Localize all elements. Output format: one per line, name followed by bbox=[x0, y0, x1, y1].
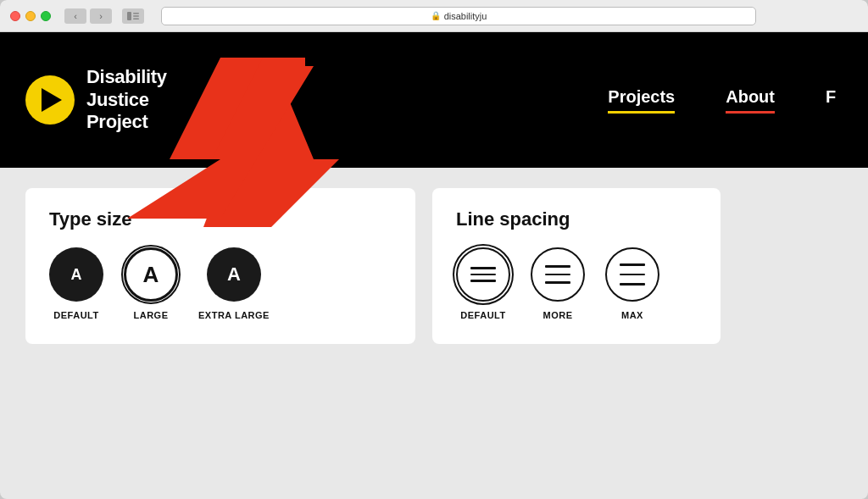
back-button[interactable]: ‹ bbox=[64, 8, 86, 24]
maximize-button[interactable] bbox=[41, 11, 51, 21]
type-size-default[interactable]: A DEFAULT bbox=[49, 247, 103, 320]
browser-nav-arrows: ‹ › bbox=[64, 8, 112, 24]
close-button[interactable] bbox=[10, 11, 20, 21]
line-spacing-options: DEFAULT MORE MAX bbox=[456, 247, 697, 320]
svg-rect-3 bbox=[133, 18, 139, 19]
site-title: Disability Justice Project bbox=[86, 66, 167, 133]
type-size-options: A DEFAULT A LARGE A EXTRA LARGE bbox=[49, 247, 392, 320]
address-bar[interactable]: 🔒 disabilityju bbox=[161, 7, 756, 25]
line-spacing-max[interactable]: MAX bbox=[605, 247, 659, 320]
line-spacing-title: Line spacing bbox=[456, 208, 697, 230]
type-size-title: Type size bbox=[49, 208, 392, 230]
type-size-xl-circle: A bbox=[207, 247, 261, 302]
type-size-default-circle: A bbox=[49, 247, 103, 302]
nav-item-partial[interactable]: F bbox=[800, 87, 843, 114]
line-spacing-card: Line spacing DEFAULT MORE bbox=[432, 188, 721, 344]
projects-underline bbox=[608, 111, 675, 114]
line-spacing-more[interactable]: MORE bbox=[531, 247, 585, 320]
nav-menu: Projects About F bbox=[582, 87, 843, 114]
play-triangle bbox=[42, 88, 62, 112]
window-chrome: ‹ › 🔒 disabilityju bbox=[0, 0, 868, 32]
content-area: Type size A DEFAULT A LARGE A EXTRA LARG… bbox=[0, 168, 868, 499]
type-size-large-label: LARGE bbox=[134, 310, 169, 320]
svg-rect-0 bbox=[127, 12, 131, 20]
svg-rect-1 bbox=[133, 13, 139, 14]
nav-item-about[interactable]: About bbox=[700, 87, 800, 114]
line-spacing-default[interactable]: DEFAULT bbox=[456, 247, 510, 320]
about-underline bbox=[726, 111, 775, 114]
type-size-default-label: DEFAULT bbox=[53, 310, 98, 320]
line-spacing-default-icon bbox=[456, 247, 510, 302]
type-size-xl-label: EXTRA LARGE bbox=[198, 310, 270, 320]
nav-item-projects[interactable]: Projects bbox=[582, 87, 700, 114]
type-size-large-circle: A bbox=[124, 247, 178, 302]
site-header: Disability Justice Project Projects Abou… bbox=[0, 32, 868, 168]
minimize-button[interactable] bbox=[25, 11, 36, 21]
line-spacing-default-label: DEFAULT bbox=[460, 310, 505, 320]
logo-area: Disability Justice Project bbox=[25, 66, 167, 133]
traffic-lights bbox=[10, 11, 51, 21]
line-spacing-more-icon bbox=[531, 247, 585, 302]
forward-button[interactable]: › bbox=[90, 8, 112, 24]
line-spacing-more-label: MORE bbox=[543, 310, 573, 320]
lock-icon: 🔒 bbox=[431, 11, 441, 20]
line-spacing-max-label: MAX bbox=[621, 310, 643, 320]
line-spacing-max-icon bbox=[605, 247, 659, 302]
type-size-card: Type size A DEFAULT A LARGE A EXTRA LARG… bbox=[25, 188, 415, 344]
logo-play-icon bbox=[25, 75, 75, 125]
sidebar-button[interactable] bbox=[122, 8, 144, 24]
type-size-extra-large[interactable]: A EXTRA LARGE bbox=[198, 247, 270, 320]
svg-rect-2 bbox=[133, 15, 139, 17]
type-size-large[interactable]: A LARGE bbox=[124, 247, 178, 320]
address-text: disabilityju bbox=[444, 11, 487, 21]
